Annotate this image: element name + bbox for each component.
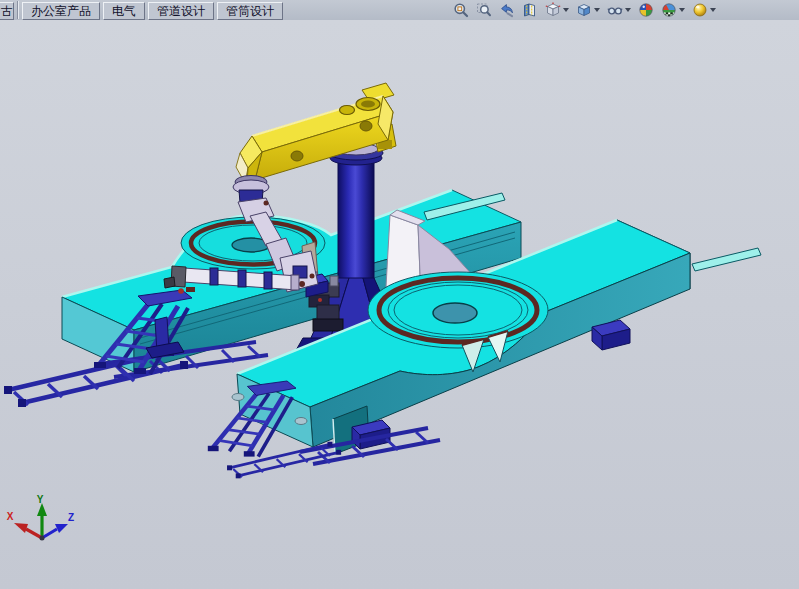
tab-office-products[interactable]: 办公室产品 bbox=[22, 2, 100, 20]
command-tab-bar: 古 办公室产品 电气 管道设计 管筒设计 bbox=[0, 0, 799, 21]
z-axis-label: Z bbox=[68, 512, 74, 523]
view-settings-icon bbox=[692, 2, 708, 18]
previous-view-button[interactable] bbox=[498, 1, 516, 19]
zoom-to-area-button[interactable] bbox=[475, 1, 493, 19]
hide-show-items-dropdown[interactable] bbox=[625, 8, 631, 12]
tab-tubing-design[interactable]: 管筒设计 bbox=[217, 2, 283, 20]
view-orientation-dropdown[interactable] bbox=[563, 8, 569, 12]
hide-show-items-button[interactable] bbox=[606, 1, 632, 19]
apply-scene-icon bbox=[661, 2, 677, 18]
view-orientation-icon bbox=[545, 2, 561, 18]
right-turntable-ring[interactable] bbox=[368, 272, 548, 348]
zoom-to-fit-button[interactable] bbox=[452, 1, 470, 19]
view-orientation-button[interactable] bbox=[544, 1, 570, 19]
display-style-icon bbox=[576, 2, 592, 18]
tab-partial[interactable]: 古 bbox=[0, 2, 14, 20]
headsup-view-toolbar bbox=[452, 1, 799, 19]
solidworks-window: 古 办公室产品 电气 管道设计 管筒设计 bbox=[0, 0, 799, 589]
apply-scene-button[interactable] bbox=[660, 1, 686, 19]
edit-appearance-icon bbox=[638, 2, 654, 18]
view-settings-dropdown[interactable] bbox=[710, 8, 716, 12]
view-settings-button[interactable] bbox=[691, 1, 717, 19]
apply-scene-dropdown[interactable] bbox=[679, 8, 685, 12]
previous-view-icon bbox=[499, 2, 515, 18]
zoom-to-fit-icon bbox=[453, 2, 469, 18]
edit-appearance-button[interactable] bbox=[637, 1, 655, 19]
display-style-button[interactable] bbox=[575, 1, 601, 19]
x-axis-label: X bbox=[7, 511, 14, 522]
tab-bar-divider bbox=[17, 1, 18, 19]
section-view-icon bbox=[522, 2, 538, 18]
graphics-area[interactable]: X Y Z bbox=[0, 20, 799, 589]
tab-electrical[interactable]: 电气 bbox=[103, 2, 145, 20]
section-view-button[interactable] bbox=[521, 1, 539, 19]
display-style-dropdown[interactable] bbox=[594, 8, 600, 12]
zoom-to-area-icon bbox=[476, 2, 492, 18]
hide-show-items-icon bbox=[607, 2, 623, 18]
tab-piping-design[interactable]: 管道设计 bbox=[148, 2, 214, 20]
y-axis-label: Y bbox=[37, 494, 44, 505]
